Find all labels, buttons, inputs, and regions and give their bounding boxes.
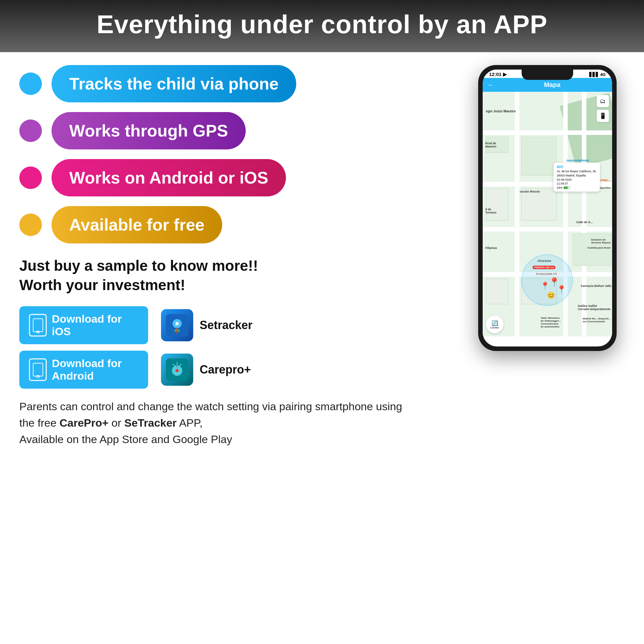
map-label-filipinas: Filipinas xyxy=(485,246,497,250)
dot-yellow-4 xyxy=(19,213,42,236)
map-building-4 xyxy=(521,188,557,221)
map-road-h3 xyxy=(483,227,612,232)
left-column: Tracks the child via phone Works through… xyxy=(19,65,457,389)
map-phone-icon[interactable]: 📱 xyxy=(597,110,609,122)
dot-purple-2 xyxy=(19,119,42,142)
bottom-line2: the free CarePro+ or SeTracker APP, xyxy=(19,415,625,431)
feature-text-3: Works on Android or iOS xyxy=(69,168,268,187)
header: Everything under control by an APP xyxy=(0,0,644,52)
phone-inner: 12:01 ▶ ▋▋▋ 4G ← Mapa xyxy=(483,70,612,346)
download-area: Download for iOS Setracker xyxy=(19,306,457,389)
map-label-rincon: unción Rincón xyxy=(520,190,540,193)
map-popup-city: 28003 Madrid, España xyxy=(557,174,597,178)
map-popup-wifi-title: Wifi xyxy=(557,165,597,169)
feature-text-1: Tracks the child via phone xyxy=(69,74,279,93)
phone-app-bar: ← Mapa xyxy=(483,78,612,92)
tagline: Just buy a sample to know more!! Worth y… xyxy=(19,256,457,295)
map-label-repsol2: Comida para llevar xyxy=(587,246,611,249)
bottom-line2-prefix: the free xyxy=(19,417,60,429)
map-pedido-1: PEDIDO• 687 Lo xyxy=(533,266,555,269)
phone-screen-icon xyxy=(33,318,43,332)
download-android-button[interactable]: Download for Android xyxy=(19,351,148,389)
cambio-icon: 🔄 xyxy=(492,320,498,326)
map-label-school: egio Jesús Maestro xyxy=(486,109,516,113)
feature-row-1: Tracks the child via phone xyxy=(19,65,457,102)
map-label-madrid: Madrid No... Disposit...ivo Concesionari… xyxy=(583,317,611,323)
tagline-line2: Worth your investment! xyxy=(19,276,457,295)
map-pedido-2: Mi actual pedido 678 xyxy=(534,272,559,276)
map-side-icons: 🗂 📱 xyxy=(597,95,609,122)
map-label-taller: Taller Mecánicode Volkswagen...Concesion… xyxy=(541,317,561,328)
map-pin-blue: 📍 xyxy=(541,282,549,290)
map-building-1 xyxy=(521,137,557,175)
bottom-line3: Available on the App Store and Google Pl… xyxy=(19,431,625,448)
battery-fill xyxy=(564,187,568,189)
right-column: 12:01 ▶ ▋▋▋ 4G ← Mapa xyxy=(470,65,625,389)
feature-row-3: Works on Android or iOS xyxy=(19,159,457,196)
feature-row-2: Works through GPS xyxy=(19,112,457,149)
pill-gps: Works through GPS xyxy=(52,112,246,149)
download-ios-button[interactable]: Download for iOS xyxy=(19,306,148,344)
setracker-item: Setracker xyxy=(161,309,252,341)
android-phone-icon xyxy=(29,358,47,381)
map-road-v1 xyxy=(515,92,519,336)
dot-pink-3 xyxy=(19,166,42,189)
pill-tracks: Tracks the child via phone xyxy=(52,65,296,102)
phone-map: egio Jesús Maestro ficial deMaestro d de… xyxy=(483,92,612,336)
cambio-button[interactable]: 🔄 Cambio xyxy=(486,316,504,333)
map-popup-date: 02-09-2020 xyxy=(557,178,597,182)
bottom-line2-mid: or xyxy=(109,417,124,429)
header-title: Everything under control by an APP xyxy=(13,10,631,39)
android-download-label: Download for Android xyxy=(52,357,138,382)
map-road-v2 xyxy=(563,92,568,336)
setracker-icon xyxy=(161,309,193,341)
map-label-turismo: d deTurismo xyxy=(485,208,497,214)
pill-free: Available for free xyxy=(52,206,222,243)
download-row-1: Download for iOS Setracker xyxy=(19,306,457,344)
map-popup-time: 11:59:37 xyxy=(557,182,597,186)
dot-blue-1 xyxy=(19,72,42,95)
feature-row-4: Available for free xyxy=(19,206,457,243)
carepro-icon xyxy=(161,354,193,386)
map-bottom-buttons: 🔄 Cambio xyxy=(486,316,504,333)
map-label-repsol: Estación deServicio Repsol xyxy=(591,238,611,244)
cambio-label: Cambio xyxy=(490,326,499,329)
phone-time: 12:01 ▶ xyxy=(489,71,507,77)
carepro-item: Carepro+ xyxy=(161,354,251,386)
map-label-oficial: ficial deMaestro xyxy=(485,142,497,148)
bottom-line1: Parents can control and change the watch… xyxy=(19,398,625,415)
phone-app-title: Mapa xyxy=(497,81,607,89)
map-label-calle-g: Calle de G... xyxy=(576,221,593,224)
map-building-6 xyxy=(486,279,508,304)
phone-signal: ▋▋▋ 4G xyxy=(589,72,606,77)
phone-notch xyxy=(522,70,573,80)
map-road-v3 xyxy=(582,92,586,336)
feature-text-2: Works through GPS xyxy=(69,121,228,140)
tagline-line1: Just buy a sample to know more!! xyxy=(19,256,457,276)
bottom-text: Parents can control and change the watch… xyxy=(0,389,644,460)
setracker-label: Setracker xyxy=(200,318,252,332)
battery-label: 43% xyxy=(557,186,563,190)
phone-mockup: 12:01 ▶ ▋▋▋ 4G ← Mapa xyxy=(478,65,617,351)
battery-icon xyxy=(563,186,570,189)
map-pin-green: 📍 xyxy=(557,285,566,294)
map-pin-smile: 😊 xyxy=(547,291,555,299)
map-road-h1 xyxy=(483,130,612,135)
map-building-3 xyxy=(486,188,508,221)
download-row-2: Download for Android Carepro+ xyxy=(19,351,457,389)
feature-text-4: Available for free xyxy=(69,215,204,234)
svg-point-5 xyxy=(175,369,179,372)
map-label-nuevos: nuevosmartwatc xyxy=(566,159,589,162)
carepro-label: Carepro+ xyxy=(200,363,251,376)
phone-back-button[interactable]: ← xyxy=(488,81,494,89)
setracker-bold: SeTracker xyxy=(124,417,177,429)
carepro-bold: CarePro+ xyxy=(60,417,109,429)
svg-point-2 xyxy=(175,322,179,325)
map-label-farmacia: Farmacia Bellver Valls xyxy=(581,284,611,288)
android-phone-screen-icon xyxy=(33,363,43,376)
map-layers-icon[interactable]: 🗂 xyxy=(597,95,609,107)
map-label-galileo: Galileo GalileiCerrado temporalmente xyxy=(578,304,611,311)
ios-phone-icon xyxy=(29,314,47,336)
bottom-line2-suffix: APP, xyxy=(177,417,203,429)
map-popup-address: Av. de los Reyes Católicos, 36, xyxy=(557,169,597,174)
